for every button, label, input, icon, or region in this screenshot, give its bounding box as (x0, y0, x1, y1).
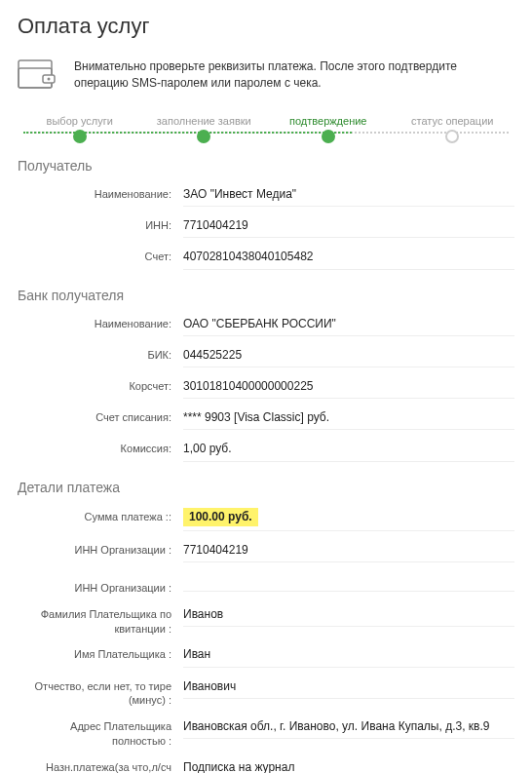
recipient-account-value: 40702810438040105482 (183, 249, 514, 269)
org-inn-row: ИНН Организации : 7710404219 (18, 537, 514, 568)
card-value: **** 9903 [Visa Classic] руб. (183, 409, 514, 430)
purpose-label: Назн.платежа(за что,л/сч плат,N док): (18, 760, 183, 773)
recipient-heading: Получатель (18, 158, 514, 174)
wallet-icon (18, 57, 60, 96)
purpose-value: Подписка на журнал (183, 759, 514, 773)
firstname-value: Иван (183, 646, 514, 667)
address-value: Ивановская обл., г. Иваново, ул. Ивана К… (183, 718, 514, 739)
patronymic-value: Иванович (183, 678, 514, 699)
amount-row: Сумма платежа :: 100.00 руб. (18, 503, 514, 537)
step-3: подтверждение (266, 115, 391, 143)
progress-stepper: выбор услуги заполнение заявки подтвержд… (18, 117, 514, 140)
org-inn-label: ИНН Организации : (18, 543, 183, 558)
recipient-name-label: Наименование: (18, 187, 183, 202)
card-label: Счет списания: (18, 410, 183, 425)
fee-value: 1,00 руб. (183, 441, 514, 461)
step-2: заполнение заявки (142, 115, 267, 143)
bank-heading: Банк получателя (18, 288, 514, 303)
patronymic-label: Отчество, если нет, то тире (минус) : (18, 679, 183, 709)
lastname-label: Фамилия Плательщика по квитанции : (18, 607, 183, 637)
page-title: Оплата услуг (18, 14, 514, 39)
lastname-row: Фамилия Плательщика по квитанции : Ивано… (18, 601, 514, 642)
firstname-row: Имя Плательщика : Иван (18, 641, 514, 673)
recipient-inn-row: ИНН: 7710404219 (18, 213, 514, 244)
step-1: выбор услуги (18, 115, 142, 143)
step-4: статус операции (391, 115, 515, 143)
firstname-label: Имя Плательщика : (18, 647, 183, 662)
purpose-row: Назн.платежа(за что,л/сч плат,N док): По… (18, 754, 514, 773)
org-inn-value: 7710404219 (183, 542, 514, 562)
recipient-inn-label: ИНН: (18, 218, 183, 233)
recipient-name-row: Наименование: ЗАО "Инвест Медиа" (18, 181, 514, 213)
notice-block: Внимательно проверьте реквизиты платежа.… (18, 57, 514, 96)
address-row: Адрес Плательщика полностью : Ивановская… (18, 714, 514, 754)
bank-bik-label: БИК: (18, 348, 183, 363)
fee-row: Комиссия: 1,00 руб. (18, 436, 514, 467)
svg-point-3 (48, 78, 51, 81)
amount-label: Сумма платежа :: (18, 510, 183, 524)
recipient-account-label: Счет: (18, 250, 183, 264)
recipient-account-row: Счет: 40702810438040105482 (18, 244, 514, 275)
address-label: Адрес Плательщика полностью : (18, 719, 183, 749)
bank-bik-value: 044525225 (183, 347, 514, 367)
recipient-name-value: ЗАО "Инвест Медиа" (183, 186, 514, 207)
details-heading: Детали платежа (18, 480, 514, 495)
bank-name-label: Наименование: (18, 317, 183, 331)
notice-text: Внимательно проверьте реквизиты платежа.… (74, 57, 514, 93)
bank-corr-row: Корсчет: 30101810400000000225 (18, 373, 514, 405)
card-row: Счет списания: **** 9903 [Visa Classic] … (18, 405, 514, 436)
org-inn2-label: ИНН Организации : (18, 581, 183, 596)
bank-bik-row: БИК: 044525225 (18, 342, 514, 373)
recipient-inn-value: 7710404219 (183, 217, 514, 238)
svg-rect-0 (19, 60, 52, 88)
bank-corr-value: 30101810400000000225 (183, 378, 514, 399)
bank-corr-label: Корсчет: (18, 379, 183, 394)
amount-value: 100.00 руб. (183, 508, 514, 531)
org-inn2-value (183, 573, 514, 592)
lastname-value: Иванов (183, 606, 514, 627)
fee-label: Комиссия: (18, 442, 183, 456)
org-inn2-row: ИНН Организации : (18, 568, 514, 601)
bank-name-row: Наименование: ОАО "СБЕРБАНК РОССИИ" (18, 311, 514, 342)
patronymic-row: Отчество, если нет, то тире (минус) : Ив… (18, 674, 514, 715)
bank-name-value: ОАО "СБЕРБАНК РОССИИ" (183, 316, 514, 336)
